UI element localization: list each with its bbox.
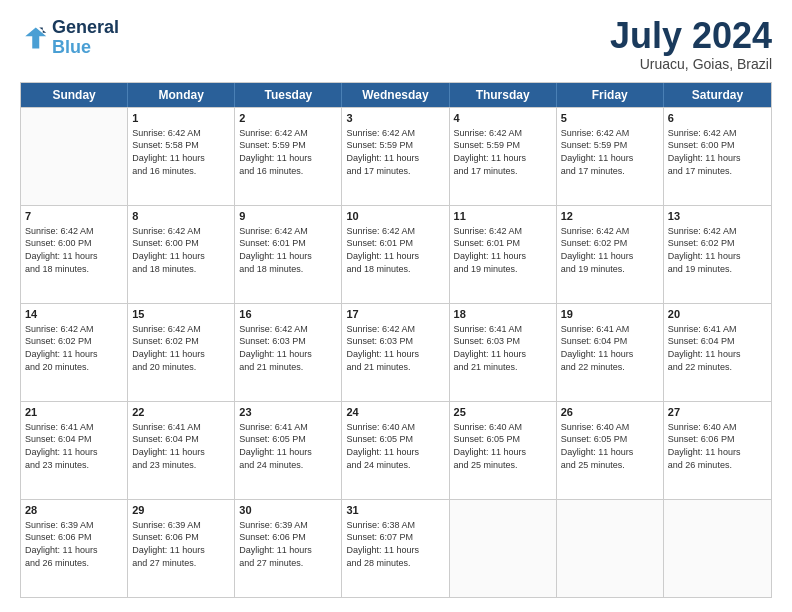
calendar-cell: 15Sunrise: 6:42 AM Sunset: 6:02 PM Dayli… — [128, 304, 235, 401]
day-number: 4 — [454, 111, 552, 126]
day-info: Sunrise: 6:42 AM Sunset: 5:58 PM Dayligh… — [132, 127, 230, 177]
day-info: Sunrise: 6:41 AM Sunset: 6:04 PM Dayligh… — [561, 323, 659, 373]
calendar-cell: 30Sunrise: 6:39 AM Sunset: 6:06 PM Dayli… — [235, 500, 342, 597]
day-info: Sunrise: 6:42 AM Sunset: 6:00 PM Dayligh… — [132, 225, 230, 275]
calendar-cell: 22Sunrise: 6:41 AM Sunset: 6:04 PM Dayli… — [128, 402, 235, 499]
day-number: 3 — [346, 111, 444, 126]
day-info: Sunrise: 6:39 AM Sunset: 6:06 PM Dayligh… — [239, 519, 337, 569]
day-number: 25 — [454, 405, 552, 420]
day-number: 24 — [346, 405, 444, 420]
calendar-row: 28Sunrise: 6:39 AM Sunset: 6:06 PM Dayli… — [21, 499, 771, 597]
calendar-cell: 10Sunrise: 6:42 AM Sunset: 6:01 PM Dayli… — [342, 206, 449, 303]
day-number: 1 — [132, 111, 230, 126]
page: General Blue July 2024 Uruacu, Goias, Br… — [0, 0, 792, 612]
calendar-cell: 9Sunrise: 6:42 AM Sunset: 6:01 PM Daylig… — [235, 206, 342, 303]
day-number: 2 — [239, 111, 337, 126]
day-info: Sunrise: 6:42 AM Sunset: 6:01 PM Dayligh… — [454, 225, 552, 275]
day-header-tuesday: Tuesday — [235, 83, 342, 107]
day-number: 7 — [25, 209, 123, 224]
calendar-cell: 25Sunrise: 6:40 AM Sunset: 6:05 PM Dayli… — [450, 402, 557, 499]
day-info: Sunrise: 6:39 AM Sunset: 6:06 PM Dayligh… — [25, 519, 123, 569]
calendar-cell: 29Sunrise: 6:39 AM Sunset: 6:06 PM Dayli… — [128, 500, 235, 597]
day-info: Sunrise: 6:41 AM Sunset: 6:04 PM Dayligh… — [25, 421, 123, 471]
calendar-row: 7Sunrise: 6:42 AM Sunset: 6:00 PM Daylig… — [21, 205, 771, 303]
day-info: Sunrise: 6:41 AM Sunset: 6:03 PM Dayligh… — [454, 323, 552, 373]
day-header-thursday: Thursday — [450, 83, 557, 107]
day-info: Sunrise: 6:42 AM Sunset: 6:00 PM Dayligh… — [25, 225, 123, 275]
calendar-cell — [21, 108, 128, 205]
day-info: Sunrise: 6:40 AM Sunset: 6:05 PM Dayligh… — [561, 421, 659, 471]
day-info: Sunrise: 6:42 AM Sunset: 6:01 PM Dayligh… — [346, 225, 444, 275]
calendar-cell — [664, 500, 771, 597]
day-header-friday: Friday — [557, 83, 664, 107]
day-info: Sunrise: 6:40 AM Sunset: 6:05 PM Dayligh… — [454, 421, 552, 471]
day-info: Sunrise: 6:42 AM Sunset: 6:01 PM Dayligh… — [239, 225, 337, 275]
day-header-monday: Monday — [128, 83, 235, 107]
day-info: Sunrise: 6:42 AM Sunset: 5:59 PM Dayligh… — [454, 127, 552, 177]
day-number: 17 — [346, 307, 444, 322]
day-number: 23 — [239, 405, 337, 420]
calendar-header: SundayMondayTuesdayWednesdayThursdayFrid… — [21, 83, 771, 107]
calendar-cell: 31Sunrise: 6:38 AM Sunset: 6:07 PM Dayli… — [342, 500, 449, 597]
day-header-wednesday: Wednesday — [342, 83, 449, 107]
day-info: Sunrise: 6:40 AM Sunset: 6:06 PM Dayligh… — [668, 421, 767, 471]
day-number: 28 — [25, 503, 123, 518]
calendar-cell: 14Sunrise: 6:42 AM Sunset: 6:02 PM Dayli… — [21, 304, 128, 401]
day-number: 18 — [454, 307, 552, 322]
day-info: Sunrise: 6:42 AM Sunset: 6:03 PM Dayligh… — [346, 323, 444, 373]
day-info: Sunrise: 6:42 AM Sunset: 6:00 PM Dayligh… — [668, 127, 767, 177]
calendar-cell: 21Sunrise: 6:41 AM Sunset: 6:04 PM Dayli… — [21, 402, 128, 499]
day-number: 13 — [668, 209, 767, 224]
logo-icon — [20, 24, 48, 52]
calendar: SundayMondayTuesdayWednesdayThursdayFrid… — [20, 82, 772, 598]
day-number: 5 — [561, 111, 659, 126]
day-number: 30 — [239, 503, 337, 518]
day-number: 10 — [346, 209, 444, 224]
day-info: Sunrise: 6:42 AM Sunset: 6:02 PM Dayligh… — [25, 323, 123, 373]
calendar-cell: 7Sunrise: 6:42 AM Sunset: 6:00 PM Daylig… — [21, 206, 128, 303]
day-info: Sunrise: 6:42 AM Sunset: 6:02 PM Dayligh… — [132, 323, 230, 373]
day-number: 6 — [668, 111, 767, 126]
day-number: 27 — [668, 405, 767, 420]
day-info: Sunrise: 6:42 AM Sunset: 6:03 PM Dayligh… — [239, 323, 337, 373]
day-number: 8 — [132, 209, 230, 224]
calendar-cell: 19Sunrise: 6:41 AM Sunset: 6:04 PM Dayli… — [557, 304, 664, 401]
calendar-cell: 28Sunrise: 6:39 AM Sunset: 6:06 PM Dayli… — [21, 500, 128, 597]
calendar-row: 21Sunrise: 6:41 AM Sunset: 6:04 PM Dayli… — [21, 401, 771, 499]
day-info: Sunrise: 6:42 AM Sunset: 6:02 PM Dayligh… — [668, 225, 767, 275]
day-number: 15 — [132, 307, 230, 322]
day-number: 9 — [239, 209, 337, 224]
logo: General Blue — [20, 18, 119, 58]
calendar-cell: 8Sunrise: 6:42 AM Sunset: 6:00 PM Daylig… — [128, 206, 235, 303]
day-info: Sunrise: 6:39 AM Sunset: 6:06 PM Dayligh… — [132, 519, 230, 569]
calendar-cell: 13Sunrise: 6:42 AM Sunset: 6:02 PM Dayli… — [664, 206, 771, 303]
day-number: 26 — [561, 405, 659, 420]
day-header-sunday: Sunday — [21, 83, 128, 107]
location: Uruacu, Goias, Brazil — [610, 56, 772, 72]
calendar-cell: 1Sunrise: 6:42 AM Sunset: 5:58 PM Daylig… — [128, 108, 235, 205]
calendar-cell: 12Sunrise: 6:42 AM Sunset: 6:02 PM Dayli… — [557, 206, 664, 303]
calendar-cell: 23Sunrise: 6:41 AM Sunset: 6:05 PM Dayli… — [235, 402, 342, 499]
calendar-cell: 16Sunrise: 6:42 AM Sunset: 6:03 PM Dayli… — [235, 304, 342, 401]
calendar-row: 14Sunrise: 6:42 AM Sunset: 6:02 PM Dayli… — [21, 303, 771, 401]
day-number: 16 — [239, 307, 337, 322]
calendar-cell: 26Sunrise: 6:40 AM Sunset: 6:05 PM Dayli… — [557, 402, 664, 499]
day-info: Sunrise: 6:42 AM Sunset: 5:59 PM Dayligh… — [346, 127, 444, 177]
day-info: Sunrise: 6:42 AM Sunset: 5:59 PM Dayligh… — [561, 127, 659, 177]
calendar-row: 1Sunrise: 6:42 AM Sunset: 5:58 PM Daylig… — [21, 107, 771, 205]
calendar-cell: 2Sunrise: 6:42 AM Sunset: 5:59 PM Daylig… — [235, 108, 342, 205]
calendar-cell: 4Sunrise: 6:42 AM Sunset: 5:59 PM Daylig… — [450, 108, 557, 205]
day-number: 19 — [561, 307, 659, 322]
day-number: 14 — [25, 307, 123, 322]
day-info: Sunrise: 6:41 AM Sunset: 6:04 PM Dayligh… — [132, 421, 230, 471]
day-header-saturday: Saturday — [664, 83, 771, 107]
day-info: Sunrise: 6:42 AM Sunset: 6:02 PM Dayligh… — [561, 225, 659, 275]
calendar-cell — [557, 500, 664, 597]
calendar-cell — [450, 500, 557, 597]
day-number: 22 — [132, 405, 230, 420]
day-info: Sunrise: 6:42 AM Sunset: 5:59 PM Dayligh… — [239, 127, 337, 177]
day-info: Sunrise: 6:41 AM Sunset: 6:05 PM Dayligh… — [239, 421, 337, 471]
day-number: 20 — [668, 307, 767, 322]
day-info: Sunrise: 6:38 AM Sunset: 6:07 PM Dayligh… — [346, 519, 444, 569]
title-block: July 2024 Uruacu, Goias, Brazil — [610, 18, 772, 72]
